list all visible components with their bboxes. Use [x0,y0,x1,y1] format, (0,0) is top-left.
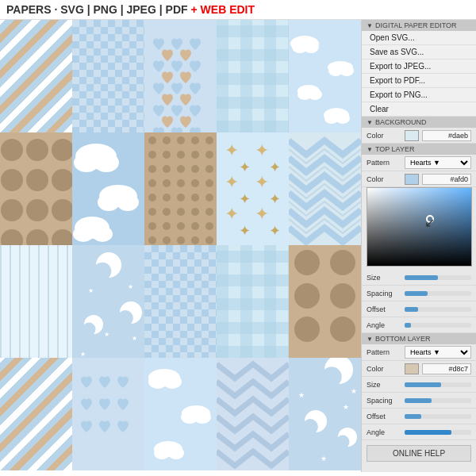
paper-cell-15[interactable] [0,358,72,470]
top-size-slider[interactable] [405,275,471,280]
paper-cell-17[interactable] [144,358,217,470]
svg-point-32 [98,194,120,211]
svg-point-43 [148,151,156,159]
menu-export-png[interactable]: Export to PNG... [362,88,476,102]
bottom-size-slider[interactable] [405,382,471,387]
bottom-size-row: Size [362,377,476,393]
svg-text:✦: ✦ [255,204,269,224]
menu-open-svg[interactable]: Open SVG... [362,31,476,45]
paper-cell-5[interactable] [289,20,361,132]
svg-point-35 [73,226,94,242]
svg-text:✦: ✦ [239,159,251,175]
svg-point-55 [177,179,185,187]
bottom-size-label: Size [367,381,401,389]
paper-cell-2[interactable] [72,20,144,132]
menu-export-jpeg[interactable]: Export to JPEG... [362,60,476,74]
svg-point-104 [294,317,320,342]
color-picker[interactable]: ↙ [367,187,472,267]
paper-cell-14[interactable] [289,245,361,358]
paper-cell-9[interactable]: ✦ ✦ ✦ ✦ ✦ ✦ ✦ ✦ ✦ ✦ ✦ ✦ [217,132,289,245]
svg-point-100 [294,250,320,275]
paper-cell-13[interactable] [217,245,289,358]
paper-cell-16[interactable] [72,358,144,470]
paper-cell-11[interactable] [0,245,72,358]
top-size-label: Size [367,274,401,282]
bottom-angle-label: Angle [367,428,401,436]
top-size-row: Size [362,270,476,286]
svg-text:★: ★ [132,335,137,342]
svg-point-38 [148,136,156,144]
svg-text:✦: ✦ [239,223,251,239]
menu-export-pdf[interactable]: Export to PDF... [362,74,476,88]
paper-cell-7[interactable] [72,132,144,245]
bottom-pattern-dropdown[interactable]: Hearts ▼ Clouds Stars Dots [405,346,471,359]
background-color-value[interactable]: #daeb [422,130,471,141]
svg-text:✦: ✦ [269,191,281,207]
bottom-angle-slider[interactable] [405,430,471,435]
menu-save-svg[interactable]: Save as SVG... [362,45,476,60]
svg-point-44 [163,151,171,159]
top-offset-label: Offset [367,305,401,313]
bottom-color-value[interactable]: #d8c7 [422,363,471,374]
svg-text:★: ★ [128,283,133,290]
svg-point-51 [191,165,199,173]
bottom-spacing-row: Spacing [362,393,476,409]
top-pattern-dropdown[interactable]: Hearts ▼ Clouds Stars Dots [405,156,471,169]
main-layout: ✦ ✦ ✦ ✦ ✦ ✦ ✦ ✦ ✦ ✦ ✦ ✦ [0,20,476,472]
svg-point-64 [163,208,171,216]
svg-point-60 [177,194,185,202]
paper-cell-10[interactable] [289,132,361,245]
svg-point-58 [148,194,156,202]
online-help-button[interactable]: ONLINE HELP [367,445,471,462]
paper-cell-6[interactable] [0,132,72,245]
top-offset-slider[interactable] [405,307,471,312]
svg-point-113 [194,411,211,424]
svg-text:★: ★ [351,387,357,395]
paper-cell-8[interactable] [144,132,217,245]
svg-point-19 [26,169,48,191]
top-pattern-label: Pattern [367,159,401,167]
svg-point-105 [330,317,355,342]
svg-point-15 [1,139,23,161]
paper-cell-3[interactable] [144,20,217,132]
section-background: BACKGROUND [362,117,476,128]
svg-point-33 [117,194,139,211]
bottom-spacing-slider[interactable] [405,398,471,403]
svg-text:✦: ✦ [225,172,239,192]
paper-cell-4[interactable] [217,20,289,132]
top-angle-slider[interactable] [405,323,471,328]
paper-cell-moon[interactable]: ★ ★ ★ ★ ★ ★ [72,245,144,358]
bottom-color-swatch[interactable] [405,363,419,374]
background-color-swatch[interactable] [405,130,419,141]
svg-text:★: ★ [88,287,94,294]
paper-cell-18[interactable] [217,358,289,470]
bottom-color-row: Color #d8c7 [362,361,476,377]
paper-cell-1[interactable] [0,20,72,132]
top-color-swatch[interactable] [405,174,419,185]
top-color-value[interactable]: #afd0 [422,174,471,185]
paper-cell-12[interactable] [144,245,217,358]
top-spacing-slider[interactable] [405,291,471,296]
svg-point-22 [26,199,48,221]
background-color-label: Color [367,132,401,140]
svg-point-74 [163,236,171,244]
svg-point-21 [1,199,23,221]
svg-point-61 [191,194,199,202]
svg-point-75 [177,236,185,244]
section-bottom-layer: BOTTOM LAYER [362,333,476,344]
paper-cell-19[interactable]: ★ ★ ★ ★ [289,358,361,470]
svg-point-57 [205,179,213,187]
svg-point-30 [94,153,119,172]
color-picker-arrow[interactable]: ↙ [424,215,435,230]
bottom-offset-slider[interactable] [405,414,471,419]
svg-point-70 [177,222,185,230]
menu-clear[interactable]: Clear [362,102,476,117]
svg-point-47 [205,151,213,159]
svg-point-66 [191,208,199,216]
svg-text:★: ★ [80,351,86,358]
editor-panel: DIGITAL PAPER EDITOR Open SVG... Save as… [361,20,476,472]
bottom-color-label: Color [367,365,401,373]
header-text: PAPERS · SVG | PNG | JPEG | PDF [6,3,188,16]
top-angle-row: Angle [362,317,476,333]
svg-point-49 [163,165,171,173]
